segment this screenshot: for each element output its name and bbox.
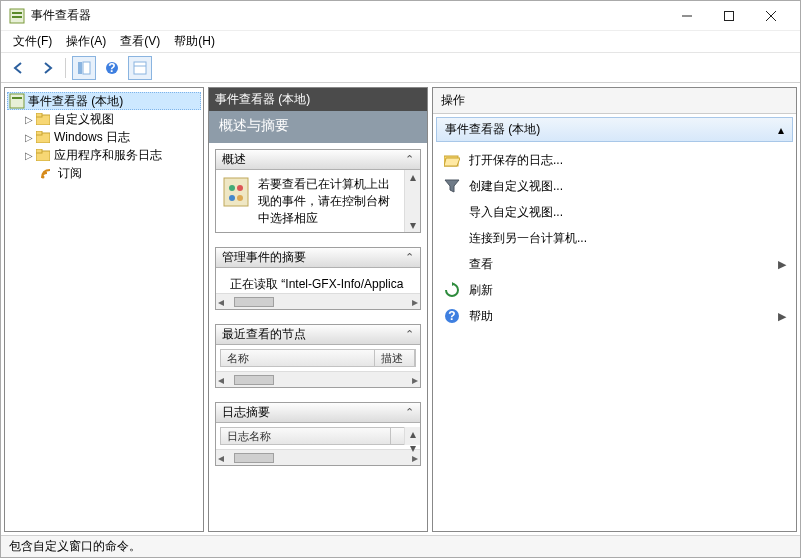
tree-item-custom-views[interactable]: ▷ 自定义视图: [7, 110, 201, 128]
action-label: 导入自定义视图...: [469, 204, 786, 221]
svg-rect-13: [10, 94, 24, 108]
show-tree-button[interactable]: [72, 56, 96, 80]
recent-columns[interactable]: 名称 描述: [220, 349, 416, 367]
tree-item-label: 订阅: [58, 165, 82, 182]
overview-text: 若要查看已在计算机上出现的事件，请在控制台树中选择相应: [258, 176, 396, 226]
tree-root[interactable]: 事件查看器 (本地): [7, 92, 201, 110]
tree-root-label: 事件查看器 (本地): [28, 93, 123, 110]
svg-point-26: [237, 195, 243, 201]
col-name: 名称: [221, 350, 375, 366]
details-body: 概述 ⌃ 若要查看已在计算机上出现的事件，请在控制台树中选择相应 ▴▾ 管理事件…: [209, 143, 427, 531]
svg-point-24: [237, 185, 243, 191]
toolbar-separator: [65, 58, 66, 78]
subscription-icon: [39, 165, 55, 181]
col-desc: 描述: [375, 350, 415, 366]
expand-icon[interactable]: ▷: [23, 150, 35, 161]
maximize-button[interactable]: [708, 1, 750, 31]
section-overview-body: 若要查看已在计算机上出现的事件，请在控制台树中选择相应 ▴▾: [216, 170, 420, 232]
folder-icon: [35, 111, 51, 127]
menu-view[interactable]: 查看(V): [114, 31, 166, 52]
actions-group-label: 事件查看器 (本地): [445, 121, 540, 138]
minimize-button[interactable]: [666, 1, 708, 31]
action-import-custom-view[interactable]: 导入自定义视图...: [439, 199, 790, 225]
section-title: 最近查看的节点: [222, 326, 306, 343]
tree-item-label: Windows 日志: [54, 129, 130, 146]
hscrollbar[interactable]: ◂▸: [216, 449, 420, 465]
tree-item-subscriptions[interactable]: 订阅: [7, 164, 201, 182]
submenu-icon: ▶: [778, 310, 786, 323]
expand-icon[interactable]: ▷: [23, 114, 35, 125]
content-panes: 事件查看器 (本地) ▷ 自定义视图 ▷ Windows 日志 ▷ 应用程序和服…: [1, 83, 800, 535]
svg-point-23: [229, 185, 235, 191]
forward-button[interactable]: [35, 56, 59, 80]
overview-icon: [222, 176, 250, 226]
svg-rect-20: [36, 149, 42, 153]
action-open-saved-log[interactable]: 打开保存的日志...: [439, 147, 790, 173]
section-title: 管理事件的摘要: [222, 249, 306, 266]
logsummary-columns[interactable]: 日志名称: [220, 427, 416, 445]
vscrollbar[interactable]: ▴▾: [404, 427, 420, 445]
svg-rect-22: [224, 178, 248, 206]
action-label: 打开保存的日志...: [469, 152, 786, 169]
vscrollbar[interactable]: ▴▾: [404, 170, 420, 232]
svg-point-21: [42, 176, 45, 179]
section-title: 概述: [222, 151, 246, 168]
svg-rect-7: [78, 62, 82, 74]
titlebar: 事件查看器: [1, 1, 800, 31]
action-view[interactable]: 查看 ▶: [439, 251, 790, 277]
folder-icon: [35, 129, 51, 145]
collapse-icon: ▴: [778, 123, 784, 137]
section-logsummary: 日志摘要 ⌃ 日志名称 ▴▾ ◂▸: [215, 402, 421, 466]
tree-item-windows-logs[interactable]: ▷ Windows 日志: [7, 128, 201, 146]
svg-marker-29: [445, 180, 459, 192]
menu-help[interactable]: 帮助(H): [168, 31, 221, 52]
actions-header: 操作: [433, 88, 796, 114]
section-recent: 最近查看的节点 ⌃ 名称 描述 ◂▸: [215, 324, 421, 388]
section-overview-header[interactable]: 概述 ⌃: [216, 150, 420, 170]
action-refresh[interactable]: 刷新: [439, 277, 790, 303]
summary-text: 正在读取 “Intel-GFX-Info/Applica: [230, 277, 403, 291]
svg-rect-18: [36, 131, 42, 135]
section-summary-body: 正在读取 “Intel-GFX-Info/Applica: [216, 268, 420, 293]
section-title: 日志摘要: [222, 404, 270, 421]
collapse-icon: ⌃: [405, 153, 414, 166]
menu-action[interactable]: 操作(A): [60, 31, 112, 52]
svg-text:?: ?: [108, 61, 115, 75]
folder-icon: [35, 147, 51, 163]
hscrollbar[interactable]: ◂▸: [216, 371, 420, 387]
action-create-custom-view[interactable]: 创建自定义视图...: [439, 173, 790, 199]
expand-icon[interactable]: ▷: [23, 132, 35, 143]
back-button[interactable]: [7, 56, 31, 80]
section-summary: 管理事件的摘要 ⌃ 正在读取 “Intel-GFX-Info/Applica ◂…: [215, 247, 421, 310]
svg-point-25: [229, 195, 235, 201]
menu-bar: 文件(F) 操作(A) 查看(V) 帮助(H): [1, 31, 800, 53]
window-buttons: [666, 1, 792, 31]
section-recent-header[interactable]: 最近查看的节点 ⌃: [216, 325, 420, 345]
menu-file[interactable]: 文件(F): [7, 31, 58, 52]
close-button[interactable]: [750, 1, 792, 31]
tree-item-app-service-logs[interactable]: ▷ 应用程序和服务日志: [7, 146, 201, 164]
eventviewer-icon: [9, 93, 25, 109]
section-summary-header[interactable]: 管理事件的摘要 ⌃: [216, 248, 420, 268]
action-label: 帮助: [469, 308, 770, 325]
actions-group[interactable]: 事件查看器 (本地) ▴: [436, 117, 793, 142]
details-header: 事件查看器 (本地): [209, 88, 427, 111]
action-label: 刷新: [469, 282, 786, 299]
nav-tree: 事件查看器 (本地) ▷ 自定义视图 ▷ Windows 日志 ▷ 应用程序和服…: [5, 88, 203, 186]
folder-open-icon: [443, 151, 461, 169]
section-logsummary-header[interactable]: 日志摘要 ⌃: [216, 403, 420, 423]
section-overview: 概述 ⌃ 若要查看已在计算机上出现的事件，请在控制台树中选择相应 ▴▾: [215, 149, 421, 233]
hscrollbar[interactable]: ◂▸: [216, 293, 420, 309]
action-label: 查看: [469, 256, 770, 273]
tree-pane: 事件查看器 (本地) ▷ 自定义视图 ▷ Windows 日志 ▷ 应用程序和服…: [4, 87, 204, 532]
action-connect-computer[interactable]: 连接到另一台计算机...: [439, 225, 790, 251]
collapse-icon: ⌃: [405, 328, 414, 341]
app-icon: [9, 8, 25, 24]
action-label: 创建自定义视图...: [469, 178, 786, 195]
window-title: 事件查看器: [31, 7, 666, 24]
help-icon: ?: [443, 307, 461, 325]
action-help[interactable]: ? 帮助 ▶: [439, 303, 790, 329]
properties-button[interactable]: [128, 56, 152, 80]
help-toolbar-button[interactable]: ?: [100, 56, 124, 80]
svg-rect-4: [725, 11, 734, 20]
